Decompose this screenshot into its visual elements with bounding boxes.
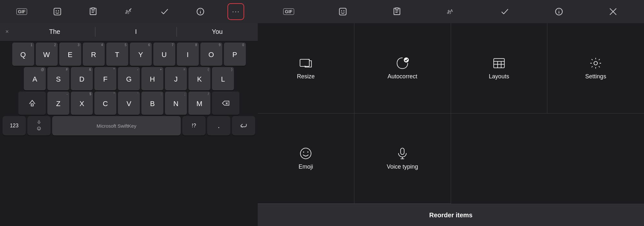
autocorrect-icon [396,56,409,70]
key-x[interactable]: $X [71,92,93,115]
voice-typing-icon [396,147,409,160]
key-k[interactable]: (K [188,67,210,90]
menu-item-autocorrect[interactable]: Autocorrect [354,23,451,113]
keyboard-keys: 1Q 2W 3E 4R 5T 6Y 7U 8I 9O 0P @A #S &D *… [0,41,258,226]
key-g[interactable]: -G [118,67,140,90]
right-toolbar: GIF あ A [258,0,644,23]
menu-item-resize[interactable]: Resize [258,23,354,113]
right-check-icon [500,7,509,16]
check-button[interactable] [156,3,173,20]
right-close-icon [609,7,618,16]
key-m[interactable]: /M [188,92,210,115]
key-row-3: -Z $X "C 'V :B ;N /M [1,92,256,115]
key-dot[interactable]: . [207,116,230,135]
menu-item-voice-typing[interactable]: Voice typing [354,113,451,204]
key-enter[interactable] [232,116,255,135]
key-i[interactable]: 8I [177,43,199,66]
left-toolbar: GIF あ A [0,0,258,23]
key-row-2: @A #S &D *F -G +H =J (K )L [1,67,256,90]
svg-point-26 [559,10,559,10]
key-h[interactable]: +H [141,67,163,90]
sticker-icon [53,7,62,16]
right-sticker-icon [338,7,347,16]
key-p[interactable]: 0P [224,43,246,66]
shift-icon [28,99,36,107]
layouts-label: Layouts [489,73,509,80]
key-q[interactable]: 1Q [12,43,34,66]
key-exclaim-question[interactable]: !? [182,116,206,135]
key-w[interactable]: 2W [36,43,58,66]
key-y[interactable]: 6Y [130,43,152,66]
key-row-1: 1Q 2W 3E 4R 5T 6Y 7U 8I 9O 0P [1,43,256,66]
layouts-icon [492,56,506,70]
info-icon [196,7,205,16]
emoji-label: Emoji [299,163,313,170]
key-o[interactable]: 9O [200,43,222,66]
svg-point-17 [341,10,342,12]
svg-rect-0 [54,8,61,15]
svg-rect-31 [494,59,504,68]
menu-item-emoji[interactable]: Emoji [258,113,354,204]
menu-item-settings[interactable]: Settings [547,23,644,113]
key-shift[interactable] [18,92,46,115]
key-d[interactable]: &D [71,67,93,90]
menu-item-layouts[interactable]: Layouts [451,23,548,113]
svg-rect-40 [401,148,404,154]
svg-point-1 [56,10,57,12]
enter-icon [239,122,248,130]
settings-icon [589,56,602,70]
key-s[interactable]: #S [47,67,69,90]
right-gif-button[interactable]: GIF [280,3,297,20]
clipboard-icon [89,7,98,16]
right-check-button[interactable] [496,3,513,20]
svg-rect-16 [339,8,346,15]
suggestion-i[interactable]: I [95,23,176,40]
key-z[interactable]: -Z [47,92,69,115]
key-e[interactable]: 3E [59,43,81,66]
key-123[interactable]: 123 [3,116,26,135]
keyboard-panel: GIF あ A [0,0,258,226]
right-sticker-button[interactable] [334,3,351,20]
svg-rect-29 [300,59,310,66]
right-info-button[interactable] [551,3,567,20]
svg-point-18 [343,10,345,12]
reorder-button[interactable]: Reorder items [258,204,644,226]
right-translate-button[interactable]: あ A [442,3,459,20]
key-c[interactable]: "C [94,92,116,115]
clipboard-button[interactable] [85,3,101,20]
key-backspace[interactable] [212,92,239,115]
resize-icon [299,56,312,70]
svg-point-10 [200,10,201,10]
key-b[interactable]: :B [141,92,163,115]
svg-rect-11 [31,104,33,106]
right-clipboard-icon [392,7,401,16]
svg-point-37 [301,148,311,159]
suggestion-you[interactable]: You [177,23,258,40]
suggestion-the[interactable]: The [14,23,95,40]
key-l[interactable]: )L [212,67,234,90]
key-r[interactable]: 4R [83,43,105,66]
right-clipboard-button[interactable] [389,3,405,20]
autocorrect-label: Autocorrect [388,73,417,80]
key-t[interactable]: 5T [106,43,128,66]
key-emoji[interactable]: ☺ [27,116,51,135]
sticker-button[interactable] [49,3,66,20]
key-a[interactable]: @A [24,67,46,90]
svg-rect-3 [91,8,94,9]
key-f[interactable]: *F [94,67,116,90]
translate-button[interactable]: あ A [120,3,137,20]
svg-rect-14 [38,120,40,122]
more-button[interactable]: ··· [227,3,244,20]
gif-button[interactable]: GIF [13,3,30,20]
key-space[interactable]: Microsoft SwiftKey [52,116,181,135]
right-close-button[interactable] [605,3,621,20]
key-j[interactable]: =J [165,67,187,90]
menu-grid: Resize Autocorrect Layouts [258,23,644,204]
key-u[interactable]: 7U [153,43,175,66]
voice-typing-label: Voice typing [387,163,418,170]
key-n[interactable]: ;N [165,92,187,115]
info-button[interactable] [192,3,209,20]
suggestions-close[interactable]: × [0,28,14,35]
key-v[interactable]: 'V [118,92,140,115]
backspace-icon [222,99,230,107]
